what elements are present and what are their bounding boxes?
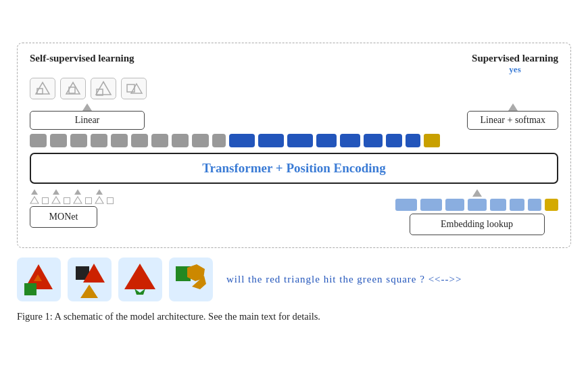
shape-icon-1 [30,78,55,99]
small-square-icon [107,197,114,204]
svg-marker-19 [134,289,145,295]
sl-section: Supervised learning yes [472,53,558,75]
svg-rect-6 [127,84,134,92]
embed-token [468,199,487,211]
up-arrow-left [82,103,92,111]
svg-marker-17 [80,285,98,298]
gold-token [424,134,440,147]
blue-token [287,134,313,147]
embed-token [420,199,442,211]
blue-token [258,134,284,147]
gray-token [151,134,168,147]
monet-section: MONet [30,189,114,228]
linear-right-section: Linear + softmax [467,103,558,130]
svg-marker-10 [74,197,82,203]
svg-rect-13 [24,283,36,295]
small-shapes-arrows [30,189,114,204]
gray-token [192,134,209,147]
gray-token [91,134,107,147]
embed-token [510,199,524,211]
ssl-label: Self-supervised learning [30,53,134,75]
image-tile-2 [68,258,112,301]
transformer-box: Transformer + Position Encoding [30,153,558,184]
embed-token [445,199,464,211]
linear-softmax-box: Linear + softmax [467,111,558,130]
blue-token [229,134,255,147]
small-up-arrow [31,189,38,195]
architecture-diagram: Self-supervised learning Supervised lear… [17,43,571,248]
linear-left-section: Linear [30,103,145,130]
shape-icon-3 [91,78,116,99]
gray-token [131,134,148,147]
small-triangle-icon [73,196,82,204]
blue-token [316,134,337,147]
embed-token-gold [545,199,558,211]
blue-token [386,134,402,147]
embed-token-row [395,199,558,211]
small-triangle-icon [95,196,104,204]
embed-token [490,199,506,211]
small-square-icon [85,197,92,204]
gray-token [172,134,189,147]
question-text: will the red triangle hit the green squa… [226,274,571,285]
svg-marker-8 [30,197,39,203]
embed-up-arrow [472,189,482,197]
bottom-section: MONet Embedding lookup [30,189,558,235]
linear-box: Linear [30,111,145,130]
blue-token [406,134,420,147]
gray-token [212,134,226,147]
blue-token [364,134,383,147]
small-up-arrow [96,189,103,195]
embedding-box: Embedding lookup [410,214,545,235]
embedding-section: Embedding lookup [395,189,558,235]
gray-token [70,134,87,147]
embed-token [528,199,541,211]
sl-title: Supervised learning [472,53,558,64]
small-up-arrow [53,189,59,195]
small-triangle-icon [51,196,61,204]
image-tile-4 [169,258,213,301]
image-tile-1 [17,258,61,301]
figure-caption: Figure 1: A schematic of the model archi… [17,310,571,324]
small-up-arrow [74,189,81,195]
gray-token [50,134,67,147]
svg-marker-11 [95,197,103,203]
image-tile-3 [118,258,162,301]
image-question-row: will the red triangle hit the green squa… [17,258,571,301]
yes-label: yes [509,64,520,75]
main-container: Self-supervised learning Supervised lear… [10,29,578,338]
monet-box: MONet [30,206,97,228]
small-square-icon [64,197,70,204]
svg-marker-9 [52,197,60,203]
svg-marker-18 [124,264,155,289]
small-square-icon [42,197,49,204]
shape-icon-4 [121,78,147,99]
shape-icons-row [30,78,558,99]
ssl-title: Self-supervised learning [30,53,134,64]
blue-token [340,134,360,147]
gray-token [30,134,47,147]
shape-icon-2 [60,78,86,99]
embed-token [395,199,417,211]
up-arrow-right [508,103,518,111]
small-triangle-icon [30,196,39,204]
svg-marker-2 [66,82,80,94]
svg-marker-4 [96,82,111,95]
token-row [30,134,558,147]
gray-token [111,134,128,147]
